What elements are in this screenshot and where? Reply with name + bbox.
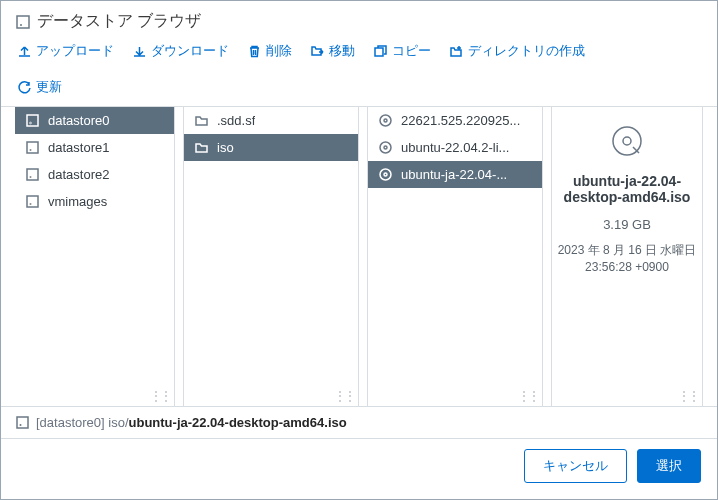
svg-point-1 [20, 24, 22, 26]
svg-rect-3 [27, 115, 38, 126]
folder-item[interactable]: .sdd.sf [184, 107, 358, 134]
svg-point-16 [384, 173, 387, 176]
upload-label: アップロード [36, 42, 114, 60]
refresh-label: 更新 [36, 78, 62, 96]
folder-icon [194, 140, 209, 155]
datastore-browser-dialog: データストア ブラウザ アップロード ダウンロード 削除 移動 コピー ディレク… [1, 1, 717, 499]
column-resize-handle[interactable]: ⋮⋮ [368, 386, 542, 406]
svg-rect-19 [17, 417, 28, 428]
disc-icon [378, 113, 393, 128]
download-icon [132, 44, 147, 59]
download-button[interactable]: ダウンロード [132, 42, 229, 60]
row-label: datastore2 [48, 167, 109, 182]
datastore-icon [15, 14, 31, 30]
select-button[interactable]: 選択 [637, 449, 701, 483]
svg-point-13 [380, 142, 391, 153]
details-filename: ubuntu-ja-22.04-desktop-amd64.iso [552, 173, 702, 205]
svg-point-12 [384, 119, 387, 122]
trash-icon [247, 44, 262, 59]
path-text: [datastore0] iso/ubuntu-ja-22.04-desktop… [36, 415, 347, 430]
new-folder-button[interactable]: ディレクトリの作成 [449, 42, 585, 60]
svg-rect-2 [375, 48, 383, 56]
datastore-icon [25, 140, 40, 155]
dialog-footer: キャンセル 選択 [1, 439, 717, 499]
delete-label: 削除 [266, 42, 292, 60]
browser-content: datastore0datastore1datastore2vmimages ⋮… [1, 107, 717, 406]
folder-icon [194, 113, 209, 128]
cancel-button[interactable]: キャンセル [524, 449, 627, 483]
row-label: ubuntu-22.04.2-li... [401, 140, 509, 155]
delete-button[interactable]: 削除 [247, 42, 292, 60]
svg-point-4 [30, 122, 32, 124]
svg-point-14 [384, 146, 387, 149]
upload-button[interactable]: アップロード [17, 42, 114, 60]
folder-item[interactable]: iso [184, 134, 358, 161]
path-bar: [datastore0] iso/ubuntu-ja-22.04-desktop… [1, 406, 717, 439]
new-folder-icon [449, 44, 464, 59]
folder-column: .sdd.sfiso ⋮⋮ [183, 107, 359, 406]
copy-label: コピー [392, 42, 431, 60]
toolbar: アップロード ダウンロード 削除 移動 コピー ディレクトリの作成 更新 [1, 38, 717, 107]
copy-button[interactable]: コピー [373, 42, 431, 60]
row-label: datastore1 [48, 140, 109, 155]
title-bar: データストア ブラウザ [1, 1, 717, 38]
svg-rect-9 [27, 196, 38, 207]
download-label: ダウンロード [151, 42, 229, 60]
move-button[interactable]: 移動 [310, 42, 355, 60]
file-item[interactable]: 22621.525.220925... [368, 107, 542, 134]
upload-icon [17, 44, 32, 59]
datastore-item[interactable]: datastore2 [15, 161, 174, 188]
row-label: iso [217, 140, 234, 155]
svg-point-6 [30, 149, 32, 151]
svg-point-11 [380, 115, 391, 126]
details-filesize: 3.19 GB [603, 217, 651, 232]
row-label: 22621.525.220925... [401, 113, 520, 128]
refresh-button[interactable]: 更新 [17, 78, 62, 96]
datastore-icon [25, 194, 40, 209]
file-item[interactable]: ubuntu-ja-22.04-... [368, 161, 542, 188]
datastore-item[interactable]: vmimages [15, 188, 174, 215]
move-icon [310, 44, 325, 59]
datastore-item[interactable]: datastore1 [15, 134, 174, 161]
column-resize-handle[interactable]: ⋮⋮ [15, 386, 174, 406]
datastore-icon [25, 113, 40, 128]
svg-point-15 [380, 169, 391, 180]
svg-point-10 [30, 203, 32, 205]
svg-rect-0 [17, 16, 29, 28]
disc-icon [378, 167, 393, 182]
svg-rect-5 [27, 142, 38, 153]
new-folder-label: ディレクトリの作成 [468, 42, 585, 60]
move-label: 移動 [329, 42, 355, 60]
disc-icon [609, 123, 645, 159]
file-item[interactable]: ubuntu-22.04.2-li... [368, 134, 542, 161]
row-label: datastore0 [48, 113, 109, 128]
column-resize-handle[interactable]: ⋮⋮ [552, 386, 702, 406]
datastore-column: datastore0datastore1datastore2vmimages ⋮… [15, 107, 175, 406]
svg-rect-7 [27, 169, 38, 180]
row-label: vmimages [48, 194, 107, 209]
column-resize-handle[interactable]: ⋮⋮ [184, 386, 358, 406]
svg-point-8 [30, 176, 32, 178]
datastore-icon [25, 167, 40, 182]
datastore-icon [15, 415, 30, 430]
file-column: 22621.525.220925...ubuntu-22.04.2-li...u… [367, 107, 543, 406]
disc-icon [378, 140, 393, 155]
refresh-icon [17, 80, 32, 95]
row-label: ubuntu-ja-22.04-... [401, 167, 507, 182]
datastore-item[interactable]: datastore0 [15, 107, 174, 134]
dialog-title: データストア ブラウザ [37, 11, 201, 32]
details-column: ubuntu-ja-22.04-desktop-amd64.iso 3.19 G… [551, 107, 703, 406]
copy-icon [373, 44, 388, 59]
svg-point-18 [623, 137, 631, 145]
row-label: .sdd.sf [217, 113, 255, 128]
svg-point-20 [20, 424, 22, 426]
details-filedate: 2023 年 8 月 16 日 水曜日 23:56:28 +0900 [558, 242, 697, 276]
